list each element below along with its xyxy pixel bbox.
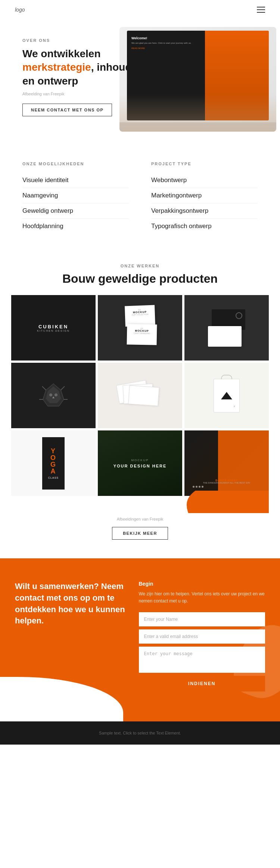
sign-text-wrap: MOCKUP YOUR DESIGN HERE bbox=[113, 458, 167, 468]
dance-night-desc: THE DANCERS AGAINST ALL THE BEST DAY bbox=[193, 482, 261, 484]
cap-item-ontwerp[interactable]: Geweldig ontwerp bbox=[22, 203, 129, 219]
portfolio-title: Bouw geweldige producten bbox=[11, 272, 269, 286]
hamburger-line bbox=[257, 12, 265, 13]
mockup-card-2: 02 MOCKUP CRAFT BRANDING bbox=[127, 324, 157, 345]
portfolio-item-lion[interactable] bbox=[11, 363, 96, 428]
svg-point-2 bbox=[49, 393, 52, 396]
cubiken-title: CUBIKEN bbox=[37, 324, 70, 329]
dance-night-label: DANCE NIGHT bbox=[193, 479, 261, 482]
email-input[interactable] bbox=[139, 629, 265, 644]
cap-item-visuele[interactable]: Visuele identiteit bbox=[22, 173, 129, 188]
begin-description: We zijn hier om te helpen. Vertel ons ie… bbox=[139, 591, 265, 605]
cap-item-marketingontwerp[interactable]: Marketingontwerp bbox=[151, 188, 258, 203]
cap-item-hoofdplanning[interactable]: Hoofdplanning bbox=[22, 219, 129, 234]
mockup-stack-content: 01 MOCKUP OUR COLLECTION 02 MOCKUP CRAFT… bbox=[121, 304, 159, 352]
portfolio-item-mockup-sign[interactable]: MOCKUP YOUR DESIGN HERE bbox=[98, 430, 182, 496]
cap-item-webontwerp[interactable]: Webontwerp bbox=[151, 173, 258, 188]
bekijk-meer-wrap: BEKIJK MEER bbox=[11, 527, 269, 543]
portfolio-grid: CUBIKEN KITCHEN DESIGN 01 MOCKUP OUR COL… bbox=[11, 295, 269, 496]
dance-night-dots bbox=[193, 486, 261, 488]
cap-col2-label: PROJECT TYPE bbox=[151, 162, 258, 166]
cta-left: Wilt u samenwerken? Neem contact met ons… bbox=[15, 581, 128, 691]
dot-3 bbox=[199, 486, 200, 488]
cubiken-content: CUBIKEN KITCHEN DESIGN bbox=[37, 324, 70, 332]
class-text: CLASS bbox=[48, 476, 59, 479]
begin-label: Begin bbox=[139, 581, 265, 587]
cap-item-verpakkingsontwerp[interactable]: Verpakkingsontwerp bbox=[151, 203, 258, 219]
yoga-text-a: A bbox=[51, 468, 56, 475]
portfolio-item-cards-fan[interactable]: Your Name bbox=[98, 363, 182, 428]
sign-content: MOCKUP YOUR DESIGN HERE bbox=[98, 430, 182, 496]
contact-button[interactable]: NEEM CONTACT MET ONS OP bbox=[22, 104, 112, 116]
freepik-attr2: Afbeeldingen van Freepik bbox=[11, 517, 269, 521]
cards-fan-content: Your Name bbox=[116, 377, 164, 414]
orange-blob bbox=[187, 491, 269, 513]
dot-1 bbox=[193, 486, 195, 488]
mockup-sub: YOUR DESIGN HERE bbox=[113, 464, 167, 468]
portfolio-item-bag[interactable]: 7 bbox=[184, 363, 269, 428]
cubiken-subtitle: KITCHEN DESIGN bbox=[37, 329, 70, 332]
svg-point-3 bbox=[55, 393, 57, 396]
portfolio-item-dance-night[interactable]: DANCE NIGHT THE DANCERS AGAINST ALL THE … bbox=[184, 430, 269, 496]
bag-triangle bbox=[221, 392, 232, 399]
cta-right: Begin We zijn hier om te helpen. Vertel … bbox=[139, 581, 265, 691]
svg-line-5 bbox=[42, 386, 46, 390]
freepik-attribution: Afbeelding van Freepik bbox=[22, 92, 144, 96]
card-fan-3 bbox=[128, 385, 159, 406]
over-ons-label: OVER ONS bbox=[22, 38, 144, 43]
lion-svg bbox=[38, 381, 68, 411]
dot-2 bbox=[196, 486, 197, 488]
bag-number: 7 bbox=[234, 405, 235, 408]
cta-title: Wilt u samenwerken? Neem contact met ons… bbox=[15, 581, 128, 627]
hamburger-menu[interactable] bbox=[257, 7, 265, 13]
portfolio-item-mockup-stack[interactable]: 01 MOCKUP OUR COLLECTION 02 MOCKUP CRAFT… bbox=[98, 295, 182, 361]
yoga-text-o: O bbox=[50, 454, 56, 461]
hero-title: We ontwikkelen merkstrategie, inhoud en … bbox=[22, 47, 144, 88]
portfolio-section: ONZE WERKEN Bouw geweldige producten CUB… bbox=[0, 252, 280, 558]
dance-night-content: DANCE NIGHT THE DANCERS AGAINST ALL THE … bbox=[184, 430, 269, 496]
business-card-content bbox=[204, 306, 249, 350]
cap-col1-label: ONZE MOGELIJKHEDEN bbox=[22, 162, 129, 166]
orange-wave bbox=[11, 491, 269, 513]
bc-white bbox=[208, 326, 242, 347]
footer-text: Sample text. Click to select the Text El… bbox=[15, 731, 265, 735]
hamburger-line bbox=[257, 7, 265, 7]
portfolio-item-yoga[interactable]: Y O G A CLASS bbox=[11, 430, 96, 496]
mockup-card-1: 01 MOCKUP OUR COLLECTION bbox=[125, 305, 155, 326]
bag-content: 7 bbox=[214, 379, 240, 412]
header: logo bbox=[0, 0, 280, 19]
cap-item-naamgeving[interactable]: Naamgeving bbox=[22, 188, 129, 203]
footer: Sample text. Click to select the Text El… bbox=[0, 721, 280, 745]
cap-item-typografisch[interactable]: Typografisch ontwerp bbox=[151, 219, 258, 234]
svg-line-6 bbox=[61, 386, 65, 390]
name-input[interactable] bbox=[139, 612, 265, 626]
freepik-link[interactable]: Freepik bbox=[51, 92, 65, 96]
hero-text: OVER ONS We ontwikkelen merkstrategie, i… bbox=[22, 34, 144, 116]
cta-section: Wilt u samenwerken? Neem contact met ons… bbox=[0, 558, 280, 721]
portfolio-label: ONZE WERKEN bbox=[11, 264, 269, 268]
yoga-content: Y O G A CLASS bbox=[11, 430, 96, 496]
hero-title-highlight: merkstrategie bbox=[22, 61, 91, 73]
bekijk-meer-button[interactable]: BEKIJK MEER bbox=[112, 527, 168, 540]
hamburger-line bbox=[257, 9, 265, 10]
hero-image: Welcome! We are glad you are here. Click… bbox=[144, 34, 265, 128]
bag-handle bbox=[221, 375, 232, 379]
submit-button[interactable]: INDIENEN bbox=[139, 676, 265, 691]
dance-night-text: DANCE NIGHT THE DANCERS AGAINST ALL THE … bbox=[189, 475, 264, 491]
capabilities-section: ONZE MOGELIJKHEDEN Visuele identiteit Na… bbox=[0, 143, 280, 252]
yoga-text-g: G bbox=[50, 461, 56, 468]
portfolio-item-business-card[interactable] bbox=[184, 295, 269, 361]
bc-circle bbox=[236, 312, 242, 319]
dot-4 bbox=[202, 486, 203, 488]
hero-title-line1: We ontwikkelen bbox=[22, 48, 101, 59]
contact-form: INDIENEN bbox=[139, 612, 265, 691]
portfolio-item-cubiken[interactable]: CUBIKEN KITCHEN DESIGN bbox=[11, 295, 96, 361]
yoga-card: Y O G A CLASS bbox=[42, 437, 65, 490]
logo: logo bbox=[15, 7, 25, 13]
yoga-text: Y bbox=[51, 448, 56, 454]
capabilities-col1: ONZE MOGELIJKHEDEN Visuele identiteit Na… bbox=[22, 162, 129, 234]
cta-layout: Wilt u samenwerken? Neem contact met ons… bbox=[15, 581, 265, 691]
mockup-label: MOCKUP bbox=[113, 458, 167, 462]
hero-section: OVER ONS We ontwikkelen merkstrategie, i… bbox=[0, 19, 280, 143]
message-input[interactable] bbox=[139, 647, 265, 673]
